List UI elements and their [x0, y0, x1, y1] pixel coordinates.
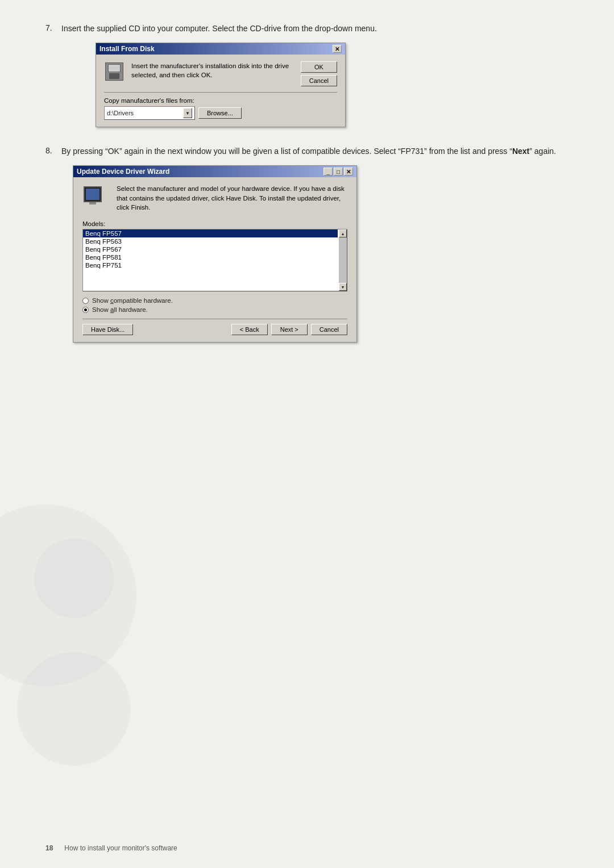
- dialog-cancel-button[interactable]: Cancel: [301, 75, 337, 86]
- scroll-track: [339, 237, 347, 283]
- models-label: Models:: [82, 220, 347, 227]
- listbox-scrollbar[interactable]: ▲ ▼: [339, 229, 347, 291]
- step-8-text-part1: By pressing “OK” again in the next windo…: [61, 147, 512, 156]
- radio-compatible-row[interactable]: Show compatible hardware.: [82, 297, 347, 304]
- copy-row: d:\Drivers ▼ Browse...: [104, 106, 337, 120]
- list-item-fp567[interactable]: Benq FP567: [83, 245, 338, 253]
- models-listbox[interactable]: Benq FP557 Benq FP563 Benq FP567 Benq FP…: [82, 229, 347, 291]
- update-driver-wizard-dialog: Update Device Driver Wizard _ □ ✕ Select…: [73, 165, 357, 343]
- browse-button[interactable]: Browse...: [198, 107, 242, 119]
- step-7-number: 7.: [45, 23, 61, 32]
- wizard-description: Select the manufacturer and model of you…: [117, 184, 347, 212]
- list-item-fp751[interactable]: Benq FP751: [83, 261, 338, 269]
- wizard-body: Select the manufacturer and model of you…: [73, 177, 356, 342]
- radio-all-label: Show all hardware.: [92, 306, 148, 313]
- dialog-title-install: Install From Disk: [99, 45, 155, 53]
- wizard-maximize-button[interactable]: □: [334, 168, 343, 176]
- radio-all-row[interactable]: Show all hardware.: [82, 306, 347, 313]
- copy-label: Copy manufacturer's files from:: [104, 97, 337, 104]
- list-item-fp557[interactable]: Benq FP557: [83, 229, 338, 237]
- step-8-content: By pressing “OK” again in the next windo…: [61, 145, 569, 343]
- step-8-text-part2: ” again.: [529, 147, 556, 156]
- driver-path-dropdown[interactable]: d:\Drivers ▼: [104, 106, 195, 120]
- dialog-titlebar-install: Install From Disk ✕: [96, 43, 345, 55]
- next-button[interactable]: Next >: [271, 324, 308, 335]
- dialog-ok-button[interactable]: OK: [301, 61, 337, 73]
- back-button[interactable]: < Back: [231, 324, 268, 335]
- list-item-fp563[interactable]: Benq FP563: [83, 237, 338, 245]
- step-8-number: 8.: [45, 145, 61, 155]
- footer-page-number: 18: [45, 844, 53, 852]
- have-disk-button[interactable]: Have Disk...: [82, 324, 133, 335]
- step-7-text: Insert the supplied CD into your compute…: [61, 23, 569, 35]
- list-item-fp581[interactable]: Benq FP581: [83, 253, 338, 261]
- dialog-separator: [104, 92, 337, 93]
- scroll-down-button[interactable]: ▼: [339, 283, 347, 291]
- install-from-disk-dialog: Install From Disk ✕ Insert the manufactu…: [96, 43, 346, 127]
- dialog-close-button[interactable]: ✕: [333, 45, 342, 53]
- wizard-separator: [82, 319, 347, 319]
- dialog-install-description: Insert the manufacturer's installation d…: [131, 61, 295, 80]
- dialog-main-row: Insert the manufacturer's installation d…: [104, 61, 337, 86]
- wizard-cancel-button[interactable]: Cancel: [311, 324, 347, 335]
- wizard-titlebar-buttons: _ □ ✕: [323, 168, 353, 176]
- dropdown-arrow-icon[interactable]: ▼: [183, 108, 192, 118]
- step-7: 7. Insert the supplied CD into your comp…: [45, 23, 569, 127]
- dropdown-value: d:\Drivers: [107, 110, 134, 116]
- wizard-title: Update Device Driver Wizard: [77, 168, 169, 176]
- monitor-icon-shape: [84, 186, 102, 202]
- step-8-text: By pressing “OK” again in the next windo…: [61, 145, 569, 157]
- wizard-header-row: Select the manufacturer and model of you…: [82, 184, 347, 212]
- floppy-icon-shape: [105, 62, 123, 81]
- monitor-icon-container: [82, 184, 103, 205]
- wizard-minimize-button[interactable]: _: [323, 168, 333, 176]
- dialog-body-install: Insert the manufacturer's installation d…: [96, 55, 345, 127]
- step-7-content: Insert the supplied CD into your compute…: [61, 23, 569, 127]
- step-8-text-bold: Next: [512, 147, 529, 156]
- wizard-bottom-row: Have Disk... < Back Next > Cancel: [82, 324, 347, 335]
- step-8: 8. By pressing “OK” again in the next wi…: [45, 145, 569, 343]
- wizard-close-button[interactable]: ✕: [344, 168, 353, 176]
- models-listbox-container: Benq FP557 Benq FP563 Benq FP567 Benq FP…: [82, 229, 347, 291]
- floppy-disk-icon: [104, 61, 125, 82]
- radio-section: Show compatible hardware. Show all hardw…: [82, 297, 347, 313]
- radio-compatible-input[interactable]: [82, 298, 89, 304]
- radio-compatible-label: Show compatible hardware.: [92, 297, 173, 304]
- footer-description: How to install your monitor's software: [64, 844, 177, 852]
- wizard-titlebar: Update Device Driver Wizard _ □ ✕: [73, 166, 356, 177]
- page-footer: 18 How to install your monitor's softwar…: [45, 844, 569, 852]
- radio-all-input[interactable]: [82, 307, 89, 313]
- wizard-nav-buttons: < Back Next > Cancel: [231, 324, 347, 335]
- scroll-up-button[interactable]: ▲: [339, 229, 347, 237]
- dialog-ok-cancel-buttons: OK Cancel: [301, 61, 337, 86]
